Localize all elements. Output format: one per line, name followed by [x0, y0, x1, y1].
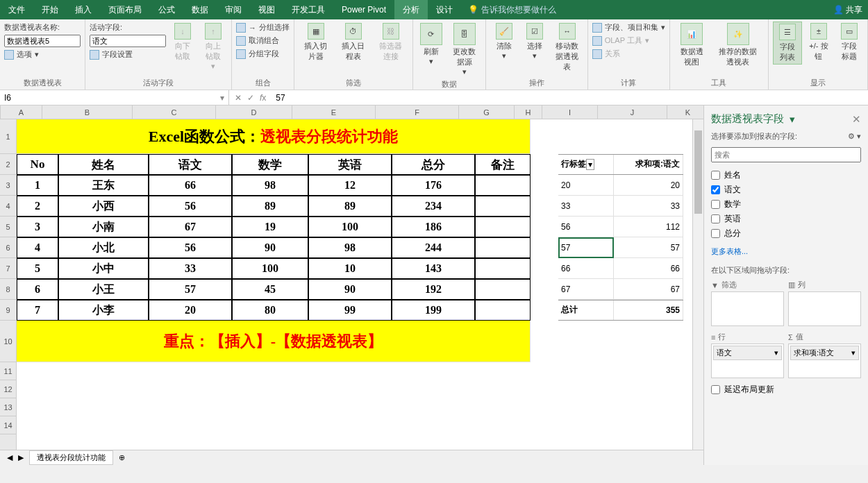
table-cell-6-5[interactable]: 199: [392, 300, 475, 321]
table-cell-4-2[interactable]: 33: [149, 258, 232, 279]
col-header-F[interactable]: F: [376, 105, 459, 119]
pivot-val-2[interactable]: 112: [614, 217, 683, 237]
defer-checkbox[interactable]: [711, 385, 720, 394]
group-field-button[interactable]: 分组字段: [236, 48, 290, 60]
scroll-thumb[interactable]: [694, 130, 702, 214]
pivot-row-1[interactable]: 33: [558, 196, 614, 217]
table-cell-0-4[interactable]: 12: [308, 175, 392, 196]
change-source-button[interactable]: 🗄更改数据源 ▾: [448, 22, 481, 78]
sheet-nav-next-icon[interactable]: ▶: [18, 453, 24, 462]
table-cell-4-0[interactable]: 5: [17, 258, 58, 279]
table-header-3[interactable]: 数学: [232, 154, 308, 175]
recommend-button[interactable]: ✨推荐的数据透视表: [712, 22, 764, 69]
cancel-icon[interactable]: ✕: [235, 93, 242, 103]
move-button[interactable]: ↔移动数据透视表: [551, 22, 583, 74]
sheet-tab[interactable]: 透视表分段统计功能: [29, 450, 113, 465]
options-button[interactable]: 选项 ▾: [4, 49, 81, 60]
confirm-icon[interactable]: ✓: [247, 93, 254, 103]
row-header-5[interactable]: 5: [0, 217, 16, 237]
formula-input[interactable]: [276, 93, 864, 103]
table-cell-2-2[interactable]: 67: [149, 217, 232, 237]
table-cell-3-5[interactable]: 244: [392, 237, 475, 258]
timeline-button[interactable]: ⏱插入日程表: [336, 22, 371, 63]
pivot-val-4[interactable]: 66: [614, 258, 683, 279]
pivot-name-input[interactable]: [4, 35, 81, 47]
field-settings-button[interactable]: 字段设置: [90, 49, 166, 60]
tab-analyze[interactable]: 分析: [394, 0, 428, 19]
table-cell-0-5[interactable]: 176: [392, 175, 475, 196]
table-cell-2-0[interactable]: 3: [17, 217, 58, 237]
table-cell-4-6[interactable]: [475, 258, 531, 279]
active-field-input[interactable]: [90, 35, 166, 47]
table-cell-4-1[interactable]: 小中: [58, 258, 149, 279]
pane-menu-icon[interactable]: ▾: [790, 113, 795, 126]
fields-items-button[interactable]: 字段、项目和集 ▾: [592, 22, 665, 33]
table-cell-1-0[interactable]: 2: [17, 196, 58, 217]
table-cell-3-0[interactable]: 4: [17, 237, 58, 258]
table-cell-0-6[interactable]: [475, 175, 531, 196]
table-cell-3-6[interactable]: [475, 237, 531, 258]
tab-home[interactable]: 开始: [33, 0, 67, 19]
pivot-row-5[interactable]: 67: [558, 279, 614, 300]
filter-area[interactable]: [711, 291, 784, 326]
field-item-0[interactable]: 姓名: [711, 168, 861, 183]
field-item-3[interactable]: 英语: [711, 212, 861, 226]
cells-area[interactable]: Excel函数公式：透视表分段统计功能No姓名语文数学英语总分备注1王东6698…: [17, 119, 692, 450]
row-header-14[interactable]: 14: [0, 416, 16, 434]
col-header-I[interactable]: I: [542, 105, 598, 119]
table-cell-5-2[interactable]: 57: [149, 279, 232, 300]
col-header-C[interactable]: C: [133, 105, 216, 119]
table-header-6[interactable]: 备注: [475, 154, 531, 175]
table-header-1[interactable]: 姓名: [58, 154, 149, 175]
pivot-val-1[interactable]: 33: [614, 196, 683, 217]
name-box-input[interactable]: [4, 93, 220, 103]
table-cell-0-2[interactable]: 66: [149, 175, 232, 196]
table-cell-3-1[interactable]: 小北: [58, 237, 149, 258]
row-header-8[interactable]: 8: [0, 279, 16, 300]
table-header-5[interactable]: 总分: [392, 154, 475, 175]
table-cell-1-6[interactable]: [475, 196, 531, 217]
table-cell-2-1[interactable]: 小南: [58, 217, 149, 237]
field-checkbox-3[interactable]: [711, 214, 720, 223]
pivot-val-3[interactable]: 57: [614, 237, 683, 258]
row-header-9[interactable]: 9: [0, 300, 16, 321]
table-cell-6-1[interactable]: 小李: [58, 300, 149, 321]
row-header-2[interactable]: 2: [0, 154, 16, 175]
row-header-13[interactable]: 13: [0, 398, 16, 416]
table-cell-6-6[interactable]: [475, 300, 531, 321]
table-cell-1-1[interactable]: 小西: [58, 196, 149, 217]
pivot-row-label[interactable]: 行标签 ▾: [558, 154, 614, 175]
field-checkbox-2[interactable]: [711, 200, 720, 209]
col-header-B[interactable]: B: [42, 105, 133, 119]
ungroup-button[interactable]: 取消组合: [236, 35, 290, 46]
tab-layout[interactable]: 页面布局: [100, 0, 150, 19]
table-cell-5-3[interactable]: 45: [232, 279, 308, 300]
row-header-12[interactable]: 12: [0, 380, 16, 398]
table-header-2[interactable]: 语文: [149, 154, 232, 175]
col-header-G[interactable]: G: [459, 105, 515, 119]
field-checkbox-4[interactable]: [711, 229, 720, 238]
row-header-6[interactable]: 6: [0, 237, 16, 258]
table-cell-1-5[interactable]: 234: [392, 196, 475, 217]
table-cell-6-2[interactable]: 20: [149, 300, 232, 321]
row-header-3[interactable]: 3: [0, 175, 16, 196]
table-cell-1-3[interactable]: 89: [232, 196, 308, 217]
pivot-total-label[interactable]: 总计: [558, 300, 614, 321]
field-checkbox-1[interactable]: [711, 185, 720, 194]
tab-dev[interactable]: 开发工具: [283, 0, 333, 19]
row-header-7[interactable]: 7: [0, 258, 16, 279]
table-cell-5-1[interactable]: 小王: [58, 279, 149, 300]
pivot-row-0[interactable]: 20: [558, 175, 614, 196]
table-cell-6-3[interactable]: 80: [232, 300, 308, 321]
tab-insert[interactable]: 插入: [67, 0, 100, 19]
col-header-K[interactable]: K: [667, 105, 703, 119]
table-cell-2-4[interactable]: 100: [308, 217, 392, 237]
table-cell-4-4[interactable]: 10: [308, 258, 392, 279]
table-cell-5-6[interactable]: [475, 279, 531, 300]
pm-button[interactable]: ±+/- 按钮: [805, 22, 833, 63]
pivot-row-2[interactable]: 56: [558, 217, 614, 237]
table-cell-2-6[interactable]: [475, 217, 531, 237]
sheet-nav-prev-icon[interactable]: ◀: [7, 453, 12, 462]
cols-area[interactable]: [788, 291, 861, 326]
field-item-2[interactable]: 数学: [711, 197, 861, 212]
